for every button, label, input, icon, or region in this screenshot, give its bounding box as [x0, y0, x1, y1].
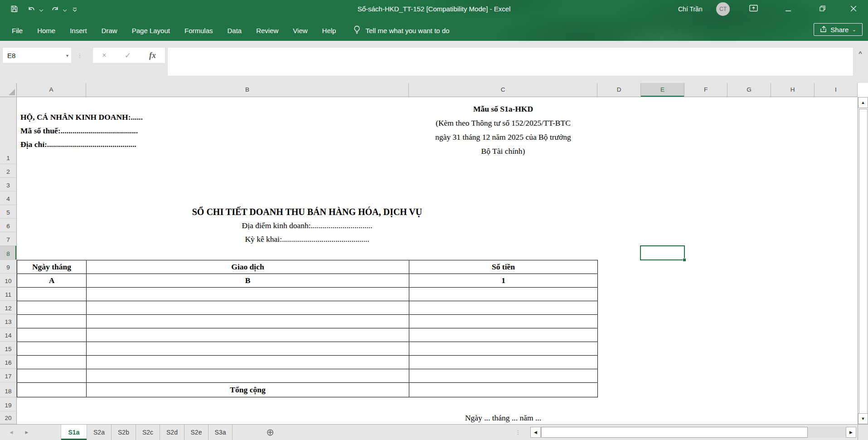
column-header-a[interactable]: A	[17, 83, 86, 97]
row-header-2[interactable]: 2	[0, 164, 16, 178]
minimize-button[interactable]	[778, 0, 799, 18]
table-code-1[interactable]: 1	[409, 274, 598, 288]
tab-scroll-prev-button[interactable]: ◀	[6, 425, 16, 440]
cancel-button[interactable]: ×	[102, 51, 107, 60]
row-header-4[interactable]: 4	[0, 191, 16, 205]
column-header-g[interactable]: G	[727, 83, 771, 97]
sheet-tab-s2c[interactable]: S2c	[136, 425, 160, 440]
row-header-9[interactable]: 9	[0, 260, 16, 274]
sheet-tab-s3a[interactable]: S3a	[209, 425, 233, 440]
column-header-i[interactable]: I	[815, 83, 858, 97]
tab-review[interactable]: Review	[249, 20, 286, 41]
row-header-19[interactable]: 19	[0, 397, 16, 411]
collapse-formula-bar-button[interactable]: ^	[855, 48, 866, 58]
insert-function-button[interactable]: fx	[149, 51, 156, 60]
tab-data[interactable]: Data	[220, 20, 249, 41]
tab-view[interactable]: View	[286, 20, 315, 41]
row-header-8[interactable]: 8	[0, 246, 16, 260]
row-header-10[interactable]: 10	[0, 274, 16, 287]
tell-me-box[interactable]: Tell me what you want to do	[353, 20, 449, 41]
row-header-16[interactable]: 16	[0, 355, 16, 369]
tab-insert[interactable]: Insert	[63, 20, 94, 41]
vertical-scroll-thumb[interactable]	[859, 109, 868, 415]
table-header-date[interactable]: Ngày tháng	[17, 260, 87, 274]
avatar[interactable]: CT	[716, 2, 730, 16]
table-header-amount[interactable]: Số tiền	[409, 260, 598, 274]
new-sheet-button[interactable]: ⊕	[265, 427, 276, 438]
row-header-11[interactable]: 11	[0, 287, 16, 301]
column-header-h[interactable]: H	[771, 83, 815, 97]
table-empty-cell[interactable]	[17, 288, 87, 301]
row-header-15[interactable]: 15	[0, 342, 16, 355]
row-header-14[interactable]: 14	[0, 328, 16, 342]
select-all-button[interactable]	[0, 83, 17, 97]
table-empty-cell[interactable]	[87, 288, 409, 301]
sheet-tab-s2e[interactable]: S2e	[184, 425, 209, 440]
fill-handle[interactable]	[683, 258, 686, 262]
table-empty-cell[interactable]	[87, 328, 409, 342]
sheet-tab-s2d[interactable]: S2d	[160, 425, 184, 440]
table-empty-cell[interactable]	[409, 369, 598, 383]
column-header-c[interactable]: C	[409, 83, 597, 97]
column-header-f[interactable]: F	[684, 83, 727, 97]
row-header-3[interactable]: 3	[0, 178, 16, 191]
horizontal-scroll-thumb[interactable]	[541, 427, 808, 438]
column-header-e[interactable]: E	[641, 83, 684, 97]
account-user-name[interactable]: Chí Trần	[678, 0, 703, 18]
close-button[interactable]	[843, 0, 864, 18]
row-header-13[interactable]: 13	[0, 314, 16, 328]
tab-scroll-next-button[interactable]: ▶	[22, 425, 32, 440]
column-header-d[interactable]: D	[597, 83, 641, 97]
table-empty-cell[interactable]	[17, 369, 87, 383]
table-code-a[interactable]: A	[17, 274, 87, 288]
enter-button[interactable]: ✓	[125, 51, 131, 60]
table-header-transaction[interactable]: Giao dịch	[87, 260, 409, 274]
tab-file[interactable]: File	[5, 20, 30, 41]
formula-input[interactable]	[167, 47, 853, 76]
table-empty-cell[interactable]	[409, 328, 598, 342]
scroll-down-button[interactable]: ▼	[858, 413, 868, 424]
table-empty-cell[interactable]	[87, 369, 409, 383]
table-empty-cell[interactable]	[409, 315, 598, 328]
sheet-tab-s2b[interactable]: S2b	[112, 425, 136, 440]
ribbon-display-options-button[interactable]	[743, 0, 763, 18]
name-box[interactable]: E8 ▾	[2, 47, 72, 64]
table-code-b[interactable]: B	[87, 274, 409, 288]
scroll-right-button[interactable]: ▶	[846, 427, 856, 438]
tab-help[interactable]: Help	[315, 20, 344, 41]
tab-page-layout[interactable]: Page Layout	[125, 20, 177, 41]
selected-cell-e8[interactable]	[640, 245, 685, 260]
table-empty-cell[interactable]	[87, 301, 409, 315]
name-box-dropdown[interactable]: ▾	[66, 48, 68, 63]
row-header-18[interactable]: 18	[0, 382, 16, 397]
row-header-1[interactable]: 1	[0, 97, 16, 164]
table-empty-cell[interactable]	[409, 356, 598, 369]
table-empty-cell[interactable]	[409, 301, 598, 315]
table-empty-cell[interactable]	[17, 315, 87, 328]
sheet-tab-s2a[interactable]: S2a	[87, 425, 112, 440]
tab-formulas[interactable]: Formulas	[177, 20, 220, 41]
table-empty-cell[interactable]	[17, 356, 87, 369]
table-empty-cell[interactable]	[87, 315, 409, 328]
row-header-6[interactable]: 6	[0, 219, 16, 232]
row-header-12[interactable]: 12	[0, 301, 16, 314]
table-empty-cell[interactable]	[17, 383, 87, 397]
table-empty-cell[interactable]	[17, 301, 87, 315]
scroll-left-button[interactable]: ◀	[530, 427, 541, 438]
vertical-scrollbar[interactable]: ▲ ▼	[858, 97, 868, 424]
table-empty-cell[interactable]	[87, 356, 409, 369]
table-total-label[interactable]: Tổng cộng	[87, 383, 409, 397]
row-header-20[interactable]: 20	[0, 411, 16, 424]
row-header-7[interactable]: 7	[0, 232, 16, 246]
tab-draw[interactable]: Draw	[94, 20, 125, 41]
share-button[interactable]: Share ⌄	[814, 23, 863, 36]
restore-button[interactable]	[812, 0, 833, 18]
horizontal-scrollbar[interactable]: ◀ ▶	[530, 427, 856, 438]
table-empty-cell[interactable]	[87, 342, 409, 356]
table-empty-cell[interactable]	[17, 342, 87, 356]
tab-home[interactable]: Home	[30, 20, 63, 41]
table-empty-cell[interactable]	[409, 342, 598, 356]
column-header-b[interactable]: B	[86, 83, 409, 97]
sheet-tab-s1a[interactable]: S1a	[61, 425, 87, 440]
table-empty-cell[interactable]	[409, 288, 598, 301]
